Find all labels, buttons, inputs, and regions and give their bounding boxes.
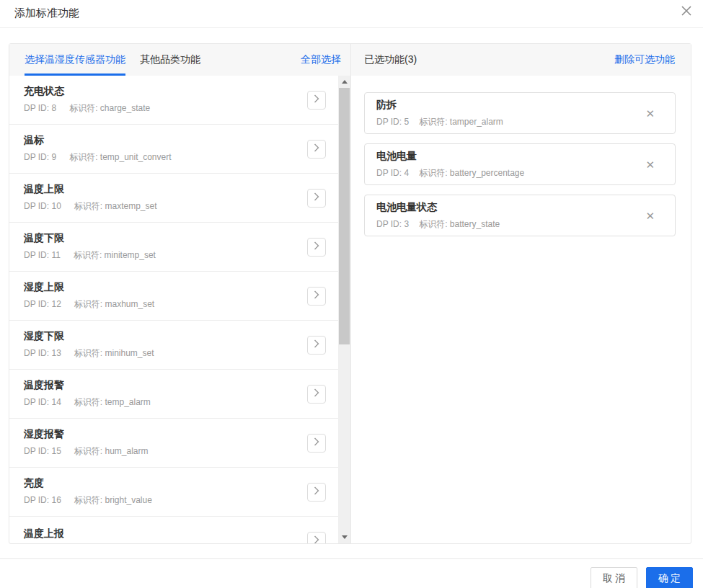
add-function-button[interactable] xyxy=(307,140,326,159)
remove-function-button[interactable]: ✕ xyxy=(644,107,656,120)
add-function-button[interactable] xyxy=(307,336,326,355)
add-function-button[interactable] xyxy=(307,483,326,502)
triangle-down-icon xyxy=(342,535,348,539)
function-title: 防拆 xyxy=(376,99,503,112)
function-title: 充电状态 xyxy=(24,85,150,98)
identifier-label: 标识符: hum_alarm xyxy=(74,446,149,456)
list-item: 充电状态 DP ID: 8标识符: charge_state xyxy=(9,76,338,125)
function-meta: DP ID: 16标识符: bright_value xyxy=(24,494,152,507)
function-title: 湿度下限 xyxy=(24,330,154,343)
chevron-right-icon xyxy=(314,486,319,497)
function-meta: DP ID: 4标识符: battery_percentage xyxy=(376,167,524,179)
selected-function-card: 防拆 DP ID: 5标识符: tamper_alarm ✕ xyxy=(364,92,676,134)
confirm-button[interactable]: 确定 xyxy=(646,567,693,588)
list-item: 温度报警 DP ID: 14标识符: temp_alarm xyxy=(9,370,338,419)
dialog-close-button[interactable] xyxy=(677,2,696,21)
function-meta: DP ID: 12标识符: maxhum_set xyxy=(24,298,154,311)
chevron-right-icon xyxy=(314,290,319,301)
tab-temp-humidity-sensor-functions[interactable]: 选择温湿度传感器功能 xyxy=(25,44,125,76)
list-item-text: 湿度上限 DP ID: 12标识符: maxhum_set xyxy=(24,281,154,311)
chevron-right-icon xyxy=(314,143,319,154)
dp-id-label: DP ID: 15 xyxy=(24,446,61,456)
left-panel-header: 选择温湿度传感器功能 其他品类功能 全部选择 xyxy=(9,44,350,76)
add-function-button[interactable] xyxy=(307,532,326,544)
function-title: 湿度上限 xyxy=(24,281,154,294)
add-function-button[interactable] xyxy=(307,385,326,404)
dp-id-label: DP ID: 11 xyxy=(24,250,61,260)
dp-id-label: DP ID: 4 xyxy=(376,168,409,178)
identifier-label: 标识符: temp_alarm xyxy=(74,397,151,407)
function-title: 亮度 xyxy=(24,477,152,490)
list-item-text: 湿度下限 DP ID: 13标识符: minihum_set xyxy=(24,330,154,360)
triangle-up-icon xyxy=(342,80,348,84)
function-title: 温度上报 xyxy=(24,527,64,540)
function-title: 电池电量状态 xyxy=(376,201,500,214)
function-meta: DP ID: 5标识符: tamper_alarm xyxy=(376,116,503,128)
chevron-right-icon xyxy=(314,388,319,399)
identifier-label: 标识符: temp_unit_convert xyxy=(69,152,171,162)
function-meta: DP ID: 8标识符: charge_state xyxy=(24,102,150,115)
add-function-button[interactable] xyxy=(307,287,326,306)
function-meta: DP ID: 3标识符: battery_state xyxy=(376,218,500,231)
tab-other-category-functions[interactable]: 其他品类功能 xyxy=(140,44,200,76)
list-item: 温度上报 xyxy=(9,517,338,543)
add-function-button[interactable] xyxy=(307,189,326,208)
list-item: 温标 DP ID: 9标识符: temp_unit_convert xyxy=(9,125,338,174)
close-icon: ✕ xyxy=(645,210,655,222)
list-item-text: 温度下限 DP ID: 11标识符: minitemp_set xyxy=(24,232,156,262)
chevron-right-icon xyxy=(314,339,319,350)
list-item: 温度下限 DP ID: 11标识符: minitemp_set xyxy=(9,223,338,272)
list-item-text: 温标 DP ID: 9标识符: temp_unit_convert xyxy=(24,134,172,164)
list-item: 温度上限 DP ID: 10标识符: maxtemp_set xyxy=(9,174,338,223)
list-item-text: 温度报警 DP ID: 14标识符: temp_alarm xyxy=(24,379,151,409)
chevron-right-icon xyxy=(314,437,319,448)
list-item: 湿度上限 DP ID: 12标识符: maxhum_set xyxy=(9,272,338,321)
list-item-text: 湿度报警 DP ID: 15标识符: hum_alarm xyxy=(24,428,149,458)
dp-id-label: DP ID: 14 xyxy=(24,397,61,407)
list-item-text: 亮度 DP ID: 16标识符: bright_value xyxy=(24,477,152,507)
function-meta: DP ID: 10标识符: maxtemp_set xyxy=(24,200,157,213)
dialog-footer: 取消 确定 xyxy=(0,558,703,588)
selected-functions-list: 防拆 DP ID: 5标识符: tamper_alarm ✕ 电池电量 DP I… xyxy=(351,76,691,543)
identifier-label: 标识符: maxtemp_set xyxy=(74,201,157,211)
add-function-button[interactable] xyxy=(307,238,326,257)
cancel-button[interactable]: 取消 xyxy=(591,567,637,588)
scroll-down-button[interactable] xyxy=(338,531,350,543)
identifier-label: 标识符: bright_value xyxy=(74,495,152,505)
add-function-button[interactable] xyxy=(307,91,326,110)
selected-function-card: 电池电量状态 DP ID: 3标识符: battery_state ✕ xyxy=(364,195,676,236)
available-functions-panel: 选择温湿度传感器功能 其他品类功能 全部选择 充电状态 DP ID: 8标识符:… xyxy=(9,44,351,543)
scrollbar-thumb[interactable] xyxy=(339,88,350,344)
function-title: 温度报警 xyxy=(24,379,151,392)
function-title: 温度上限 xyxy=(24,183,157,196)
dp-id-label: DP ID: 13 xyxy=(24,348,61,358)
remove-optional-functions-link[interactable]: 删除可选功能 xyxy=(614,53,675,66)
function-meta: DP ID: 11标识符: minitemp_set xyxy=(24,249,156,262)
close-icon: ✕ xyxy=(645,107,655,120)
scroll-up-button[interactable] xyxy=(338,76,350,88)
function-title: 电池电量 xyxy=(376,150,524,163)
dp-id-label: DP ID: 8 xyxy=(24,103,56,113)
function-meta: DP ID: 15标识符: hum_alarm xyxy=(24,445,149,458)
selected-functions-panel: 已选功能(3) 删除可选功能 防拆 DP ID: 5标识符: tamper_al… xyxy=(351,44,691,543)
function-meta: DP ID: 13标识符: minihum_set xyxy=(24,347,154,360)
remove-function-button[interactable]: ✕ xyxy=(644,209,656,223)
function-picker-panels: 选择温湿度传感器功能 其他品类功能 全部选择 充电状态 DP ID: 8标识符:… xyxy=(9,43,691,544)
dp-id-label: DP ID: 12 xyxy=(24,299,61,309)
function-title: 温度下限 xyxy=(24,232,156,245)
remove-function-button[interactable]: ✕ xyxy=(644,158,656,172)
list-item: 湿度报警 DP ID: 15标识符: hum_alarm xyxy=(9,419,338,468)
dp-id-label: DP ID: 5 xyxy=(376,117,409,127)
chevron-right-icon xyxy=(314,192,319,203)
dialog-header: 添加标准功能 xyxy=(0,0,703,28)
selected-function-card: 电池电量 DP ID: 4标识符: battery_percentage ✕ xyxy=(364,143,676,185)
add-function-button[interactable] xyxy=(307,434,326,453)
dp-id-label: DP ID: 9 xyxy=(24,152,56,162)
identifier-label: 标识符: battery_state xyxy=(419,219,500,229)
list-item: 亮度 DP ID: 16标识符: bright_value xyxy=(9,468,338,517)
select-all-link[interactable]: 全部选择 xyxy=(301,53,341,66)
card-text: 防拆 DP ID: 5标识符: tamper_alarm xyxy=(376,99,503,128)
available-functions-rows: 充电状态 DP ID: 8标识符: charge_state xyxy=(9,76,338,543)
dialog-title: 添加标准功能 xyxy=(14,6,79,20)
identifier-label: 标识符: maxhum_set xyxy=(74,299,154,309)
